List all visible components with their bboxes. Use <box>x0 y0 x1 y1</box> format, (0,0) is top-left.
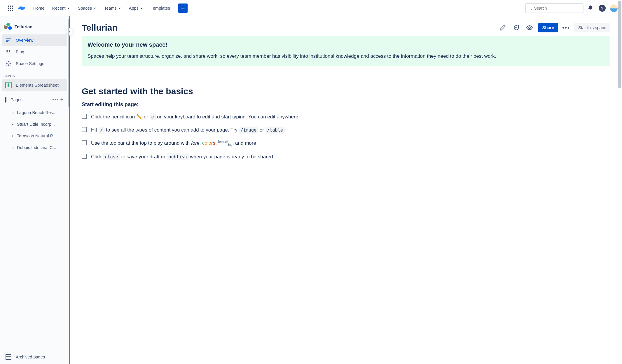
sidebar-settings[interactable]: Space Settings <box>2 58 67 69</box>
confluence-logo-icon[interactable] <box>17 4 26 13</box>
svg-point-18 <box>8 63 9 64</box>
panel-text: Spaces help your team structure, organiz… <box>88 52 604 61</box>
svg-line-12 <box>531 9 532 10</box>
page-header: Tellurian Share ••• Star this space <box>82 23 610 33</box>
svg-point-11 <box>529 7 531 9</box>
nav-recent[interactable]: Recent <box>49 4 73 12</box>
star-space-button[interactable]: Star this space <box>574 23 610 32</box>
svg-point-1 <box>10 6 11 7</box>
sidebar-pages[interactable]: Pages ••• <box>2 94 67 106</box>
nav-spaces-label: Spaces <box>78 6 92 10</box>
nav-spaces[interactable]: Spaces <box>75 4 99 12</box>
sidebar-scrollbar[interactable] <box>68 16 69 364</box>
window-scrollbar[interactable] <box>618 0 621 364</box>
sidebar-pages-label: Pages <box>11 97 22 102</box>
section-heading: Get started with the basics <box>82 86 610 96</box>
task-text: Click close to save your draft or publis… <box>91 153 273 161</box>
comment-icon <box>513 24 519 31</box>
chevron-right-icon[interactable] <box>11 111 15 114</box>
nav-home[interactable]: Home <box>30 4 48 12</box>
scrollbar-thumb[interactable] <box>618 1 621 88</box>
svg-point-6 <box>8 10 9 11</box>
formatting-example: formatting <box>218 140 233 146</box>
welcome-panel: Welcome to your new space! Spaces help y… <box>82 36 610 66</box>
plus-icon <box>60 97 64 102</box>
page-tree-item[interactable]: Dubois Industrial C... <box>2 142 67 153</box>
sidebar-app-elements-spreadsheet[interactable]: Elements Spreadsheet <box>2 79 67 91</box>
svg-point-0 <box>8 6 9 7</box>
task-list: Click the pencil icon ✏️ or e on your ke… <box>82 113 610 161</box>
help-icon: ? <box>599 5 606 12</box>
spreadsheet-icon <box>5 82 12 88</box>
help-button[interactable]: ? <box>597 4 607 13</box>
archive-icon <box>5 354 12 360</box>
sidebar-blog-label: Blog <box>16 50 24 54</box>
sidebar-archived-label: Archived pages <box>16 355 45 359</box>
gear-icon <box>5 61 12 66</box>
panel-title: Welcome to your new space! <box>88 41 604 48</box>
task-checkbox[interactable] <box>82 114 87 119</box>
blog-icon <box>5 49 12 55</box>
task-checkbox[interactable] <box>82 127 87 132</box>
code-text: publish <box>167 153 188 160</box>
task-checkbox[interactable] <box>82 140 87 145</box>
page-tree-label: Stuart Little Incorp... <box>17 122 55 127</box>
profile-button[interactable] <box>609 4 618 13</box>
chevron-right-icon[interactable] <box>11 134 15 137</box>
chevron-right-icon[interactable] <box>11 146 15 149</box>
top-nav-left: Home Recent Spaces Teams Apps Templates <box>6 4 188 13</box>
edit-button[interactable] <box>498 23 507 32</box>
sidebar-app-label: Elements Spreadsheet <box>16 83 59 88</box>
search-icon <box>528 6 532 10</box>
watch-button[interactable] <box>525 23 534 32</box>
shell: Tellurian Overview Blog Space Settings A… <box>0 16 622 364</box>
page-tree-label: Laguna Beach Res... <box>17 110 56 115</box>
font-example: font <box>191 140 199 146</box>
sidebar-archived[interactable]: Archived pages <box>2 351 67 363</box>
svg-point-4 <box>10 8 11 9</box>
share-button[interactable]: Share <box>538 23 558 32</box>
svg-point-7 <box>10 10 11 11</box>
add-blog-button[interactable] <box>58 49 64 55</box>
comments-button[interactable] <box>511 23 521 32</box>
search-input[interactable] <box>534 6 581 10</box>
more-actions-button[interactable]: ••• <box>562 24 570 31</box>
space-header[interactable]: Tellurian <box>2 22 67 34</box>
bullet-icon <box>11 124 15 125</box>
sidebar-settings-label: Space Settings <box>16 61 44 66</box>
overview-icon <box>5 37 12 43</box>
page-tree-item[interactable]: Stuart Little Incorp... <box>2 118 67 130</box>
app-switcher-icon[interactable] <box>6 4 15 13</box>
top-nav: Home Recent Spaces Teams Apps Templates <box>0 0 622 16</box>
sidebar-overview[interactable]: Overview <box>2 34 67 46</box>
avatar-icon <box>610 4 618 12</box>
nav-teams-label: Teams <box>104 6 117 10</box>
task-text: Hit / to see all the types of content yo… <box>91 126 285 134</box>
page-tree-item[interactable]: Tarascon Natural R... <box>2 130 67 142</box>
svg-point-2 <box>12 6 13 7</box>
task-checkbox[interactable] <box>82 154 87 159</box>
pencil-icon <box>499 24 506 31</box>
nav-recent-label: Recent <box>52 6 66 10</box>
sidebar-blog[interactable]: Blog <box>2 46 67 58</box>
scrollbar-thumb[interactable] <box>68 19 69 107</box>
sidebar-footer: Archived pages <box>2 350 67 364</box>
notifications-icon[interactable] <box>586 4 595 13</box>
task-text: Click the pencil icon ✏️ or e on your ke… <box>91 113 300 121</box>
chevron-down-icon <box>118 6 121 10</box>
code-text: /image <box>239 127 258 134</box>
nav-templates[interactable]: Templates <box>148 4 173 12</box>
page-tree-item[interactable]: Laguna Beach Res... <box>2 107 67 118</box>
create-button[interactable] <box>178 4 188 13</box>
task-text: Use the toolbar at the top to play aroun… <box>91 139 256 148</box>
page-tree: Laguna Beach Res... Stuart Little Incorp… <box>2 107 67 153</box>
add-page-button[interactable] <box>60 97 64 103</box>
search-box[interactable] <box>525 3 583 13</box>
nav-teams[interactable]: Teams <box>101 4 124 12</box>
space-name: Tellurian <box>15 24 32 29</box>
pages-more-button[interactable]: ••• <box>52 97 59 103</box>
space-logo-icon <box>4 23 12 30</box>
sub-heading: Start editing this page: <box>82 102 610 108</box>
nav-apps[interactable]: Apps <box>126 4 146 12</box>
task-item: Click close to save your draft or publis… <box>82 153 610 161</box>
